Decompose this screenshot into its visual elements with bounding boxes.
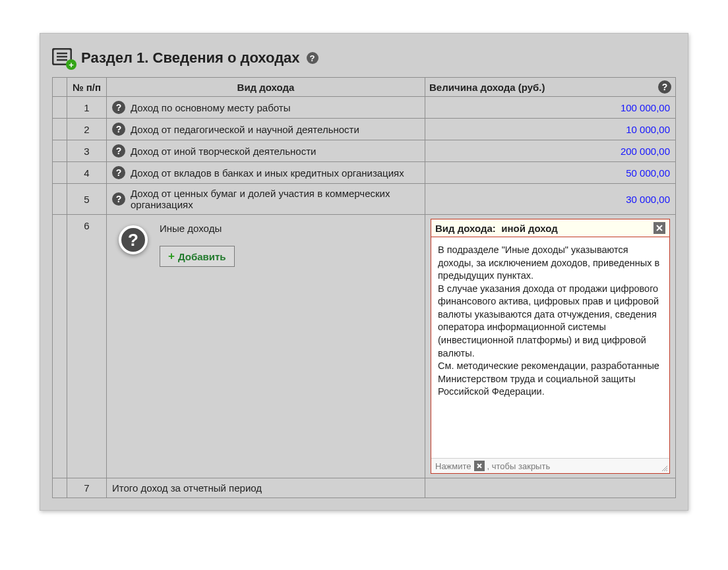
close-icon[interactable] [653,222,665,234]
tooltip-footer: Нажмите , чтобы закрыть [431,458,669,473]
table-row: 4 ?Доход от вкладов в банках и иных кред… [53,162,676,184]
row-num: 1 [67,97,107,119]
col-key-header [53,78,67,97]
row-num: 5 [67,184,107,215]
svg-line-6 [666,470,667,471]
help-icon[interactable]: ? [112,192,125,206]
col-num-header: № п/п [67,78,107,97]
table-row: 5 ?Доход от ценных бумаг и долей участия… [53,184,676,215]
section-header: + Раздел 1. Сведения о доходах ? [52,48,676,68]
tooltip-footer-post: , чтобы закрыть [487,461,551,471]
list-add-icon: + [52,48,75,68]
table-row: 1 ?Доход по основному месту работы 100 0… [53,97,676,119]
income-type-label: Доход от ценных бумаг и долей участия в … [131,188,419,210]
help-icon[interactable]: ? [112,166,125,179]
total-label: Итого доход за отчетный период [107,478,425,498]
help-icon[interactable]: ? [307,52,318,64]
help-icon[interactable]: ? [658,80,671,94]
income-type-label: Доход по основному месту работы [131,102,290,113]
income-type-label: Доход от вкладов в банках и иных кредитн… [131,167,404,179]
income-amount[interactable]: 50 000,00 [425,162,676,184]
close-icon[interactable] [474,461,485,471]
row-num: 6 [67,215,107,478]
tooltip-footer-pre: Нажмите [435,461,471,471]
income-amount[interactable]: 30 000,00 [425,184,676,215]
table-row-total: 7 Итого доход за отчетный период [53,478,676,498]
help-icon[interactable]: ? [112,123,125,136]
income-section-panel: + Раздел 1. Сведения о доходах ? № п/п В… [40,33,688,511]
tooltip-title-val: иной доход [501,223,558,234]
section-title: Раздел 1. Сведения о доходах [81,49,300,67]
add-button[interactable]: + Добавить [160,246,235,267]
help-icon[interactable]: ? [112,144,125,157]
row-num: 2 [67,119,107,140]
table-row: 2 ?Доход от педагогической и научной дея… [53,119,676,140]
plus-badge-icon: + [66,59,76,70]
help-icon[interactable]: ? [119,225,148,254]
tooltip-header: Вид дохода: иной доход [431,219,669,237]
income-table: № п/п Вид дохода Величина дохода (руб.) … [52,77,676,498]
tooltip-title-key: Вид дохода: [435,223,496,234]
col-amount-header: Величина дохода (руб.) ? [425,78,676,97]
col-amount-label: Величина дохода (руб.) [429,82,545,93]
plus-icon: + [168,250,175,263]
income-amount[interactable]: 10 000,00 [425,119,676,140]
table-row: 3 ?Доход от иной творческой деятельности… [53,140,676,162]
other-income-label: Иные доходы [160,223,419,234]
tooltip-popup: Вид дохода: иной доход В подразделе "Ины… [431,219,670,474]
total-amount [425,478,676,498]
income-amount[interactable]: 100 000,00 [425,97,676,119]
add-button-label: Добавить [178,251,226,262]
income-type-label: Доход от педагогической и научной деятел… [131,124,359,135]
row-num: 7 [67,478,107,498]
income-type-label: Доход от иной творческой деятельности [131,146,316,157]
income-amount[interactable]: 200 000,00 [425,140,676,162]
row-num: 4 [67,162,107,184]
table-row-other-income: 6 ? Иные доходы + Добавить [53,215,676,478]
tooltip-body: В подразделе "Иные доходы" указываются д… [431,237,669,458]
row-num: 3 [67,140,107,162]
col-type-header: Вид дохода [107,78,425,97]
resize-grip-icon[interactable] [660,464,668,472]
help-icon[interactable]: ? [112,101,125,114]
